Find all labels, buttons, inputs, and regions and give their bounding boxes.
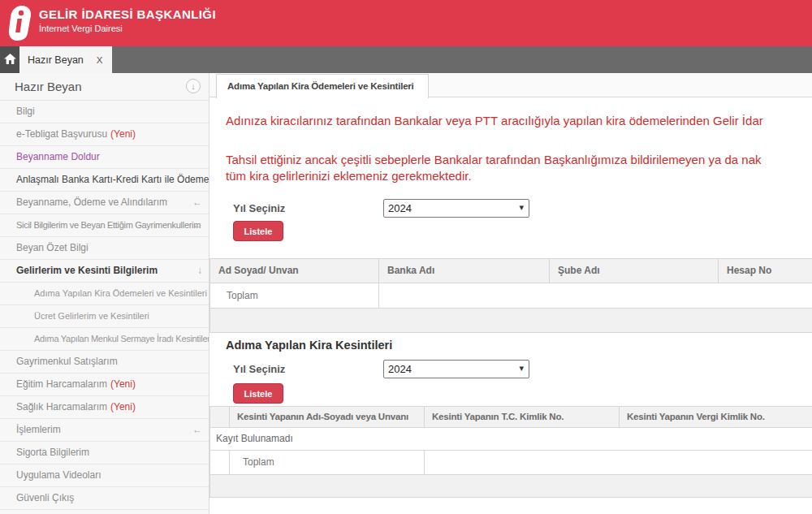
year-select[interactable]: 2024 — [383, 199, 529, 218]
table-empty-row: Kayıt Bulunamadı — [210, 428, 812, 451]
year-select-label: Yıl Seçiniz — [233, 363, 285, 375]
app-subtitle: İnternet Vergi Dairesi — [39, 24, 123, 33]
sidebar-item-label: Adıma Yapılan Kira Ödemeleri ve Kesintil… — [34, 288, 207, 298]
column-header: Şube Adı — [550, 259, 719, 283]
empty-message: Kayıt Bulunamadı — [210, 428, 812, 450]
column-header: Kesinti Yapanın Adı-Soyadı veya Unvanı — [230, 407, 425, 427]
kira-odemeleri-table: Ad Soyad/ Unvan Banka Adı Şube Adı Hesap… — [209, 258, 812, 333]
sidebar-item-label: Sicil Bilgilerim ve Beyan Ettiğim Gayrim… — [16, 220, 201, 230]
tab-adima-yapilan-kira-odemeleri[interactable]: Adıma Yapılan Kira Ödemeleri ve Kesintil… — [216, 74, 429, 98]
sidebar-item-gelirlerim-kesinti[interactable]: Gelirlerim ve Kesinti Bilgilerim↓ — [0, 260, 209, 283]
tab-label: Hazır Beyan — [28, 54, 84, 66]
total-value-empty — [425, 451, 812, 474]
expand-arrow-icon: ↓ — [195, 260, 202, 282]
collapse-menu-icon[interactable]: ↓ — [186, 79, 201, 93]
total-label: Toplam — [230, 451, 425, 474]
sidebar-item-sigorta-bilgilerim[interactable]: Sigorta Bilgilerim — [0, 442, 209, 464]
column-header: Ad Soyad/ Unvan — [210, 259, 379, 283]
kira-kesintileri-table: Kesinti Yapanın Adı-Soyadı veya Unvanı K… — [209, 406, 812, 498]
table-total-row: Toplam — [210, 283, 812, 309]
sidebar-item-label: Sağlık Harcamalarım — [16, 401, 107, 412]
tab-hazir-beyan[interactable]: Hazır Beyan X — [19, 46, 112, 73]
table-footer-row — [210, 309, 812, 332]
total-label: Toplam — [210, 283, 379, 308]
table-footer-bar — [210, 475, 812, 497]
app-title: GELİR İDARESİ BAŞKANLIĞI — [39, 7, 216, 21]
sidebar-subitem-menkul-sermaye[interactable]: Adıma Yapılan Menkul Sermaye İradı Kesin… — [0, 328, 209, 351]
column-header: Kesinti Yapanın T.C. Kimlik No. — [425, 407, 620, 427]
tab-close-button[interactable]: X — [97, 55, 103, 65]
sidebar-header: Hazır Beyan ↓ — [0, 73, 209, 101]
collapse-arrow-icon: ← — [190, 192, 202, 214]
sidebar-item-label: Eğitim Harcamalarım — [16, 378, 107, 390]
sidebar-item-beyanname-odeme-alindilarim[interactable]: Beyanname, Ödeme ve Alındılarım← — [0, 192, 209, 214]
sidebar-item-bilgi[interactable]: Bilgi — [0, 101, 209, 123]
notice-line-3: tüm kira gelirlerinizi eklemeniz gerekme… — [226, 169, 472, 183]
listele-button[interactable]: Listele — [233, 383, 283, 404]
new-badge: (Yeni) — [110, 128, 136, 140]
total-row-spacer — [210, 451, 230, 474]
column-header-empty — [210, 407, 230, 427]
table-header-row: Ad Soyad/ Unvan Banka Adı Şube Adı Hesap… — [210, 259, 812, 283]
sidebar-title: Hazır Beyan — [15, 80, 82, 93]
sidebar-item-guvenli-cikis[interactable]: Güvenli Çıkış — [0, 487, 209, 510]
collapse-arrow-icon: ← — [190, 419, 202, 441]
total-value-empty — [379, 283, 812, 308]
sidebar-item-islemlerim[interactable]: İşlemlerim← — [0, 419, 209, 442]
main-content: Adıma Yapılan Kira Ödemeleri ve Kesintil… — [209, 73, 812, 514]
notice-line-2: Tahsil ettiğiniz ancak çeşitli sebeplerl… — [226, 153, 762, 166]
year-select-wrap: 2024 ▾ — [383, 199, 529, 218]
sidebar-item-label: Beyanname Doldur — [16, 151, 100, 162]
sidebar-item-gayrimenkul-satislarim[interactable]: Gayrimenkul Satışlarım — [0, 351, 209, 374]
sidebar-item-label: Güvenli Çıkış — [16, 492, 74, 503]
sidebar-item-beyanname-doldur[interactable]: Beyanname Doldur — [0, 146, 209, 169]
table-footer-bar — [210, 309, 812, 332]
sidebar-item-saglik-harcamalarim[interactable]: Sağlık Harcamalarım(Yeni) — [0, 396, 209, 419]
sidebar-item-label: Ücret Gelirlerim ve Kesintileri — [34, 311, 149, 321]
new-badge: (Yeni) — [110, 401, 136, 412]
sidebar-item-sicil-bilgilerim[interactable]: Sicil Bilgilerim ve Beyan Ettiğim Gayrim… — [0, 214, 209, 237]
sidebar-item-label: e-Tebligat Başvurusu — [16, 128, 107, 140]
column-header: Banka Adı — [379, 259, 550, 283]
sidebar-item-label: Adıma Yapılan Menkul Sermaye İradı Kesin… — [34, 334, 209, 343]
year-select[interactable]: 2024 — [383, 360, 529, 378]
app-window: GELİR İDARESİ BAŞKANLIĞI İnternet Vergi … — [0, 0, 812, 514]
sidebar-item-label: Anlaşmalı Banka Kartı-Kredi Kartı ile Öd… — [16, 174, 209, 185]
notice-line-1: Adınıza kiracılarınız tarafından Bankala… — [226, 114, 763, 127]
sidebar-item-egitim-harcamalarim[interactable]: Eğitim Harcamalarım(Yeni) — [0, 374, 209, 396]
sidebar-item-label: Gelirlerim ve Kesinti Bilgilerim — [16, 265, 158, 276]
gib-logo-icon — [5, 5, 32, 41]
sidebar-item-label: Uygulama Videoları — [16, 469, 102, 481]
sidebar-item-etebligat[interactable]: e-Tebligat Başvurusu(Yeni) — [0, 123, 209, 146]
sidebar-subitem-ucret-gelirlerim[interactable]: Ücret Gelirlerim ve Kesintileri — [0, 305, 209, 328]
table-total-row: Toplam — [210, 451, 812, 475]
sidebar-item-banka-karti-odeme[interactable]: Anlaşmalı Banka Kartı-Kredi Kartı ile Öd… — [0, 169, 209, 192]
sidebar-subitem-kira-odemeleri[interactable]: Adıma Yapılan Kira Ödemeleri ve Kesintil… — [0, 283, 209, 305]
year-select-label: Yıl Seçiniz — [233, 202, 285, 214]
sidebar-item-label: Beyanname, Ödeme ve Alındılarım — [16, 197, 167, 208]
sidebar-item-label: Bilgi — [16, 106, 35, 117]
table-header-row: Kesinti Yapanın Adı-Soyadı veya Unvanı K… — [210, 407, 812, 428]
sidebar-item-uygulama-videolari[interactable]: Uygulama Videoları — [0, 464, 209, 487]
sidebar-item-label: Sigorta Bilgilerim — [16, 447, 89, 458]
home-button[interactable] — [0, 46, 19, 73]
sidebar: Hazır Beyan ↓ Bilgi e-Tebligat Başvurusu… — [0, 73, 209, 514]
sidebar-item-beyan-ozet-bilgi[interactable]: Beyan Özet Bilgi — [0, 237, 209, 260]
column-header: Hesap No — [719, 259, 812, 283]
sidebar-item-label: Beyan Özet Bilgi — [16, 242, 89, 253]
collapse-arrow-icon: ← — [190, 214, 202, 236]
section-heading: Adıma Yapılan Kira Kesintileri — [226, 339, 392, 352]
table-footer-row — [210, 475, 812, 497]
new-badge: (Yeni) — [110, 378, 136, 390]
column-header: Kesinti Yapanın Vergi Kimlik No. — [620, 407, 812, 427]
sidebar-item-label: Gayrimenkul Satışlarım — [16, 356, 118, 367]
year-select-wrap: 2024 ▾ — [383, 360, 529, 378]
app-header: GELİR İDARESİ BAŞKANLIĞI İnternet Vergi … — [0, 0, 812, 46]
top-tab-bar: Hazır Beyan X — [0, 46, 812, 73]
listele-button[interactable]: Listele — [233, 221, 283, 241]
home-icon — [4, 53, 16, 67]
sidebar-item-label: İşlemlerim — [16, 424, 61, 435]
